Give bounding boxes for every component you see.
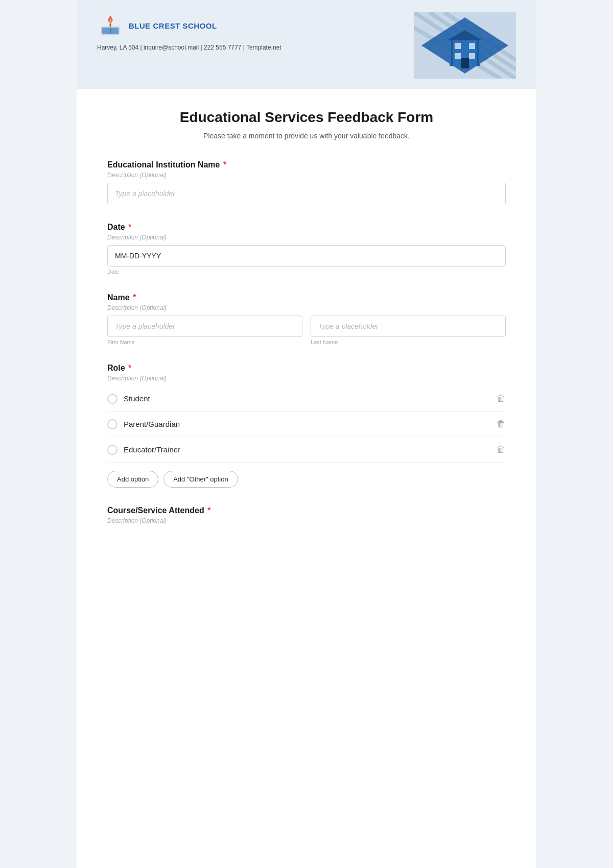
header-building-image <box>414 12 516 79</box>
radio-left-educator: Educator/Trainer <box>107 445 180 455</box>
svg-rect-17 <box>469 53 475 59</box>
field-group-institution: Educational Institution Name * Descripti… <box>107 160 506 204</box>
svg-rect-19 <box>451 40 453 66</box>
school-logo-icon <box>97 12 124 39</box>
radio-circle-educator[interactable] <box>107 445 117 455</box>
name-description: Description (Optional) <box>107 304 506 311</box>
form-container: Educational Services Feedback Form Pleas… <box>77 89 536 563</box>
first-name-input[interactable] <box>107 316 302 337</box>
role-description: Description (Optional) <box>107 375 506 382</box>
svg-rect-15 <box>469 43 475 49</box>
page-header: BLUE CREST SCHOOL Harvey, LA 504 | inqui… <box>77 0 536 89</box>
date-input[interactable] <box>107 245 506 267</box>
radio-circle-parent[interactable] <box>107 419 117 429</box>
delete-icon-student[interactable]: 🗑 <box>497 393 506 404</box>
add-other-option-button[interactable]: Add "Other" option <box>163 471 238 488</box>
first-name-hint: First Name <box>107 339 302 345</box>
required-marker: * <box>126 223 132 231</box>
svg-rect-14 <box>455 43 461 49</box>
required-marker: * <box>205 506 211 515</box>
field-group-role: Role * Description (Optional) Student 🗑 … <box>107 364 506 488</box>
radio-label-parent: Parent/Guardian <box>124 420 180 428</box>
role-radio-group: Student 🗑 Parent/Guardian 🗑 Educator/Tra… <box>107 386 506 463</box>
date-label: Date * <box>107 223 506 232</box>
delete-icon-parent[interactable]: 🗑 <box>497 419 506 429</box>
add-option-button[interactable]: Add option <box>107 471 158 488</box>
first-name-col: First Name <box>107 316 302 345</box>
role-label: Role * <box>107 364 506 373</box>
form-title: Educational Services Feedback Form <box>107 109 506 126</box>
required-marker: * <box>221 160 226 169</box>
radio-label-student: Student <box>124 394 150 403</box>
required-marker: * <box>126 364 132 372</box>
course-description: Description (Optional) <box>107 517 506 524</box>
radio-left-parent: Parent/Guardian <box>107 419 180 429</box>
radio-item-educator[interactable]: Educator/Trainer 🗑 <box>107 437 506 463</box>
radio-item-student[interactable]: Student 🗑 <box>107 386 506 412</box>
last-name-input[interactable] <box>311 316 506 337</box>
name-label: Name * <box>107 293 506 302</box>
header-left: BLUE CREST SCHOOL Harvey, LA 504 | inqui… <box>97 12 281 51</box>
field-group-course: Course/Service Attended * Description (O… <box>107 506 506 524</box>
date-description: Description (Optional) <box>107 234 506 241</box>
svg-rect-5 <box>110 23 111 27</box>
last-name-col: Last Name <box>311 316 506 345</box>
page-container: BLUE CREST SCHOOL Harvey, LA 504 | inqui… <box>77 0 536 868</box>
name-row: First Name Last Name <box>107 316 506 345</box>
radio-left-student: Student <box>107 394 150 404</box>
date-hint: Date <box>107 269 506 275</box>
svg-rect-20 <box>477 40 479 66</box>
institution-description: Description (Optional) <box>107 172 506 179</box>
svg-rect-2 <box>102 28 110 34</box>
svg-rect-18 <box>461 58 469 68</box>
radio-label-educator: Educator/Trainer <box>124 445 180 454</box>
school-info: Harvey, LA 504 | inquire@school.mail | 2… <box>97 44 281 51</box>
required-marker: * <box>131 293 136 302</box>
radio-circle-student[interactable] <box>107 394 117 404</box>
add-options-row: Add option Add "Other" option <box>107 471 506 488</box>
field-group-name: Name * Description (Optional) First Name… <box>107 293 506 345</box>
institution-name-input[interactable] <box>107 183 506 204</box>
form-subtitle: Please take a moment to provide us with … <box>107 132 506 140</box>
radio-item-parent[interactable]: Parent/Guardian 🗑 <box>107 412 506 437</box>
last-name-hint: Last Name <box>311 339 506 345</box>
svg-rect-16 <box>455 53 461 59</box>
logo-area: BLUE CREST SCHOOL <box>97 12 281 39</box>
delete-icon-educator[interactable]: 🗑 <box>497 444 506 455</box>
school-name: BLUE CREST SCHOOL <box>129 21 217 30</box>
svg-rect-3 <box>111 28 119 34</box>
field-group-date: Date * Description (Optional) Date <box>107 223 506 275</box>
institution-label: Educational Institution Name * <box>107 160 506 170</box>
course-label: Course/Service Attended * <box>107 506 506 515</box>
